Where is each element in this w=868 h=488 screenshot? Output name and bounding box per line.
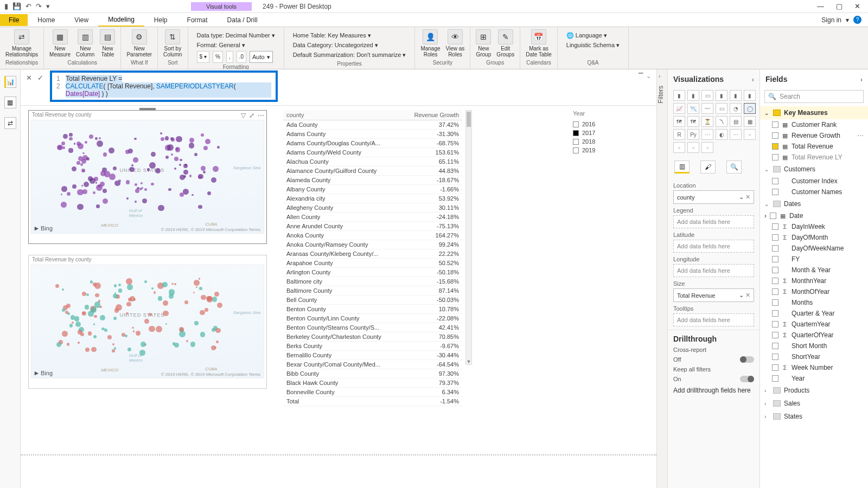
table-row[interactable]: Benton County10.78% — [283, 305, 462, 314]
chevron-left-icon[interactable]: ‹ — [659, 73, 661, 79]
viz-type-icon[interactable]: 📈 — [673, 103, 685, 114]
field-item[interactable]: ΣMonthOfYear — [760, 286, 868, 297]
field-item[interactable]: ΣDayInWeek — [760, 221, 868, 232]
table-row[interactable]: Aransas County/Kleberg County/...22.22% — [283, 249, 462, 259]
filters-pane-collapsed[interactable]: ‹ Filters — [656, 69, 667, 488]
viz-type-icon[interactable]: ⋯ — [730, 129, 742, 140]
location-well[interactable]: county⌄ ✕ — [673, 190, 754, 204]
field-item[interactable]: ShortYear — [760, 351, 868, 362]
close-icon[interactable]: ✕ — [854, 2, 860, 10]
field-item[interactable]: ›▦Date — [760, 210, 868, 221]
viz-type-icon[interactable]: 🗺 — [687, 116, 699, 127]
viz-type-icon[interactable]: ▤ — [730, 116, 742, 127]
table-header[interactable]: ⌄Dates — [760, 197, 868, 210]
map-body[interactable]: UNITED STATES Sargasso Sea Gulf of Mexic… — [31, 120, 264, 234]
table-row[interactable]: Baltimore County87.14% — [283, 286, 462, 296]
table-row[interactable]: Baltimore city-15.68% — [283, 277, 462, 286]
manage-roles-button[interactable]: 👤Manage Roles — [420, 29, 440, 57]
formula-commit-icon[interactable]: ✓ — [37, 74, 43, 82]
new-measure-button[interactable]: ▦New Measure — [49, 29, 71, 57]
col-growth[interactable]: Revenue Growth — [402, 110, 462, 120]
table-row[interactable]: Bexar County/Comal County/Med...-64.54% — [283, 360, 462, 369]
table-row[interactable]: Adams County-31.30% — [283, 130, 462, 139]
filter-icon[interactable]: ▽ — [241, 112, 246, 119]
viz-type-icon[interactable]: ◔ — [730, 103, 742, 114]
format-dropdown[interactable]: Format: General ▾ — [197, 40, 275, 50]
table-row[interactable]: Alexandria city53.92% — [283, 194, 462, 203]
data-view-icon[interactable]: ▦ — [4, 97, 16, 108]
field-item[interactable]: Customer Index — [760, 176, 868, 187]
table-row[interactable]: Allegheny County30.11% — [283, 203, 462, 213]
field-item[interactable]: Short Month — [760, 341, 868, 351]
auto-decimal-dropdown[interactable]: Auto▾ — [250, 51, 273, 63]
field-item[interactable]: Year — [760, 373, 868, 384]
viz-type-icon[interactable]: ▦ — [744, 116, 756, 127]
manage-relationships-button[interactable]: ⇄Manage Relationships — [5, 29, 38, 57]
table-row[interactable]: Berkeley County/Charleston County70.85% — [283, 332, 462, 342]
viz-type-icon[interactable]: Py — [687, 129, 699, 140]
table-row[interactable]: Albany County-1.66% — [283, 185, 462, 194]
qat-dropdown-icon[interactable]: ▾ — [46, 2, 50, 10]
viz-type-icon[interactable]: ▮ — [673, 90, 685, 101]
table-row[interactable]: Bernalillo County-30.44% — [283, 351, 462, 360]
viz-type-icon[interactable]: R — [673, 129, 685, 140]
remove-icon[interactable]: ✕ — [745, 194, 750, 200]
table-header[interactable]: ⌄Customers — [760, 163, 868, 176]
tab-help[interactable]: Help — [144, 14, 177, 26]
format-tab-icon[interactable]: 🖌 — [700, 160, 716, 174]
fields-tab-icon[interactable]: ▥ — [674, 160, 690, 174]
chevron-right-icon[interactable]: › — [752, 75, 754, 84]
table-scrollbar[interactable]: ▲ ▼ — [465, 110, 472, 365]
revenue-growth-table[interactable]: countyRevenue Growth Ada County37.42%Ada… — [283, 110, 462, 406]
field-item[interactable]: Customer Names — [760, 187, 868, 197]
data-category-dropdown[interactable]: Data Category: Uncategorized ▾ — [293, 40, 406, 50]
field-item[interactable]: ▦Customer Rank — [760, 119, 868, 130]
field-item[interactable]: ▦Revenue Growth⋯ — [760, 130, 868, 141]
field-item[interactable]: ΣMonthnYear — [760, 275, 868, 286]
map-visual-2[interactable]: Total Revenue by county UNITED STATES Sa… — [28, 255, 267, 389]
redo-icon[interactable]: ↷ — [36, 2, 42, 10]
viz-type-icon[interactable]: ▮ — [744, 90, 756, 101]
new-table-button[interactable]: ▤New Table — [100, 29, 115, 57]
table-row[interactable]: Adams County/Weld County153.61% — [283, 148, 462, 157]
undo-icon[interactable]: ↶ — [25, 2, 31, 10]
viz-type-icon[interactable]: ▫ — [744, 129, 756, 140]
map-visual-1[interactable]: Total Revenue by county ▽ ⤢ ⋯ UNITED STA… — [28, 110, 267, 244]
slicer-option[interactable]: 2019 — [573, 146, 649, 155]
table-row[interactable]: Alachua County65.11% — [283, 157, 462, 166]
table-row[interactable]: Allen County-24.18% — [283, 213, 462, 222]
viz-type-icon[interactable]: ⋯ — [701, 129, 713, 140]
table-row[interactable]: Alameda County-18.67% — [283, 176, 462, 185]
legend-well[interactable]: Add data fields here — [673, 215, 754, 228]
field-item[interactable]: Months — [760, 297, 868, 308]
table-row[interactable]: Benton County/Linn County-22.08% — [283, 314, 462, 323]
viz-type-icon[interactable]: 🗺 — [673, 116, 685, 127]
new-group-button[interactable]: ⊞New Group — [476, 29, 491, 57]
year-slicer[interactable]: Year 2016201720182019 — [573, 110, 649, 450]
field-item[interactable]: Month & Year — [760, 265, 868, 275]
minimize-icon[interactable]: — — [817, 2, 824, 10]
formula-editor[interactable]: 1 Total Revenue LY = 2 CALCULATE( [Total… — [50, 70, 278, 102]
table-row[interactable]: Adams County/Douglas County/A...-68.75% — [283, 139, 462, 148]
drillthrough-well[interactable]: Add drillthrough fields here — [673, 387, 754, 394]
viz-type-icon[interactable]: 〽 — [716, 116, 727, 127]
report-view-icon[interactable]: 📊 — [4, 76, 16, 88]
help-icon[interactable]: ? — [853, 16, 861, 24]
tab-datadrill[interactable]: Data / Drill — [218, 14, 267, 26]
table-row[interactable]: Ada County37.42% — [283, 120, 462, 130]
chevron-down-icon[interactable]: ⌄ — [739, 292, 744, 298]
table-header[interactable]: ⌄Key Measures — [760, 106, 868, 119]
focus-icon[interactable]: ⤢ — [249, 112, 254, 119]
cross-report-toggle[interactable] — [740, 356, 754, 363]
report-canvas[interactable]: Total Revenue by county ▽ ⤢ ⋯ UNITED STA… — [21, 106, 656, 455]
size-well[interactable]: Total Revenue⌄ ✕ — [673, 288, 754, 302]
table-row[interactable]: Alamance County/Guilford County44.83% — [283, 166, 462, 176]
viz-type-icon[interactable]: 〰 — [701, 103, 713, 114]
formula-cancel-icon[interactable]: ✕ — [26, 74, 32, 82]
decimal-button[interactable]: .0 — [237, 51, 246, 63]
viz-type-icon[interactable]: ▮ — [716, 90, 727, 101]
viz-type-icon[interactable]: ▫ — [673, 142, 685, 153]
formula-expand-icon[interactable]: ⌄ — [646, 73, 651, 80]
table-row[interactable]: Bonneville County6.34% — [283, 388, 462, 397]
new-column-button[interactable]: ▥New Column — [76, 29, 94, 57]
